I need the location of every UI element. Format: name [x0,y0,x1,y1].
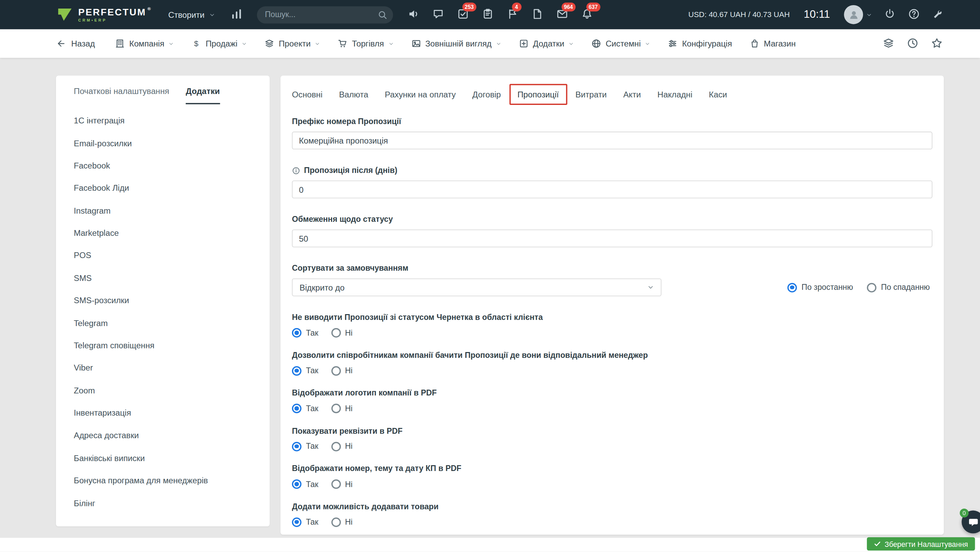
sidebar-item[interactable]: Telegram сповіщення [56,334,270,357]
nav-item-configuration[interactable]: Конфігурація [668,39,732,48]
stats-button[interactable] [230,8,243,21]
nav-item-company[interactable]: Компанія [115,39,174,48]
field-sort-default: Сортувати за замовчуваннямВідкрито доПо … [292,264,932,296]
tasks-button[interactable]: 253 [457,8,469,21]
sidebar-item[interactable]: Instagram [56,199,270,222]
status-limit-input[interactable] [292,229,932,247]
sidebar-item[interactable]: Facebook Ліди [56,177,270,199]
sidebar-item[interactable]: 1С інтеграція [56,109,270,132]
sidebar-item[interactable]: Viber [56,357,270,379]
sound-button[interactable] [407,8,420,21]
sidebar-item[interactable]: Бонусна програма для менеджерів [56,469,270,492]
toggle-allow-employees-see-proposals-option-no[interactable]: Ні [331,366,353,375]
tab-invoices[interactable]: Рахунки на оплату [377,84,464,105]
radio-label: Так [306,517,318,527]
documents-button[interactable] [531,8,543,21]
nav-item-system[interactable]: Системні [592,39,650,48]
create-button[interactable]: Створити [168,10,215,19]
nav-item-trade[interactable]: Торгівля [338,39,393,48]
logout-button[interactable] [884,8,896,21]
toggle-hide-draft-proposals-option-yes[interactable]: Так [292,328,318,338]
tab-general[interactable]: Основні [284,84,331,105]
nav-item-projects[interactable]: Проекти [265,39,320,48]
field-label-text: Префікс номера Пропозиції [292,117,401,126]
nav-item-appearance[interactable]: Зовнішній вигляд [411,39,501,48]
arrow-left-icon [56,39,66,48]
sidebar-tab-initial-settings[interactable]: Початкові налаштування [74,86,169,104]
reports-button[interactable]: 4 [506,8,519,21]
nav-item-addons[interactable]: Додатки [519,39,574,48]
layers-button[interactable] [882,37,895,50]
radio-icon [331,328,340,338]
proposal-prefix-input[interactable] [292,132,932,149]
back-button[interactable]: Назад [56,39,95,48]
toggle-show-logo-pdf-option-no[interactable]: Ні [331,404,353,413]
sidebar-item[interactable]: Банківські виписки [56,447,270,469]
bar-chart-icon [231,8,242,19]
sort-default-select[interactable]: Відкрито до [292,279,662,296]
radio-label: По зростанню [802,283,853,292]
mail-badge: 964 [562,2,576,11]
layers-icon [265,39,274,48]
tab-currency[interactable]: Валюта [331,84,377,105]
history-button[interactable] [907,37,919,50]
sidebar-item[interactable]: POS [56,244,270,267]
tab-acts[interactable]: Акти [615,84,649,105]
tab-contract[interactable]: Договір [464,84,509,105]
power-icon [884,8,895,19]
field-label-text: Пропозиція після (днів) [304,166,397,174]
chevron-down-icon [645,41,651,46]
sidebar-item[interactable]: Zoom [56,379,270,401]
chat-widget-badge: 0 [960,509,969,518]
sidebar-item[interactable]: Інвентаризація [56,401,270,424]
field-label-text: Обмеження щодо статусу [292,215,393,224]
sidebar-item[interactable]: SMS [56,267,270,290]
toggle-allow-add-products-option-yes[interactable]: Так [292,517,318,527]
app-window: PERFECTUM® CRM•ERP Створити 2534964637 U… [0,0,980,552]
sidebar-item[interactable]: Білінг [56,492,270,514]
create-button-label: Створити [168,10,204,19]
favorites-button[interactable] [931,37,943,50]
nav-item-shop[interactable]: Магазин [750,39,796,48]
toggle-show-logo-pdf-option-yes[interactable]: Так [292,404,318,413]
brand-logo[interactable]: PERFECTUM® CRM•ERP [56,6,152,24]
radio-icon [331,442,340,451]
help-button[interactable] [907,8,920,21]
sidebar-item[interactable]: Telegram [56,312,270,334]
sidebar-tab-addons[interactable]: Додатки [186,86,220,104]
save-settings-button[interactable]: Зберегти Налаштування [867,537,975,550]
sidebar-item[interactable]: Facebook [56,154,270,177]
sort-direction-asc[interactable]: По зростанню [788,283,853,292]
sidebar-item[interactable]: Marketplace [56,222,270,244]
nav-item-label: Продажі [205,39,237,48]
toggle-show-requisites-pdf-option-no[interactable]: Ні [331,442,353,451]
notifications-button[interactable]: 637 [580,8,593,21]
toggle-show-requisites-pdf-option-yes[interactable]: Так [292,442,318,451]
sidebar-item[interactable]: Адреса доставки [56,424,270,447]
tab-expenses[interactable]: Витрати [567,84,615,105]
user-menu[interactable] [844,5,872,24]
toggle-hide-draft-proposals-option-no[interactable]: Ні [331,328,353,338]
logo-leaf-icon [56,6,74,24]
tools-button[interactable] [932,8,945,21]
sidebar-item[interactable]: Email-розсилки [56,132,270,154]
mail-button[interactable]: 964 [556,8,568,21]
tab-waybills[interactable]: Накладні [649,84,701,105]
nav-item-sales[interactable]: $Продажі [192,39,247,48]
topbar-icon-group: 2534964637 [407,8,593,21]
messenger-button[interactable] [431,8,444,21]
toggle-allow-add-products-option-no[interactable]: Ні [331,517,353,527]
toggle-show-number-subject-date-pdf-option-no[interactable]: Ні [331,479,353,489]
tab-proposals[interactable]: Пропозиції [509,84,567,105]
toggle-show-number-subject-date-pdf-option-yes[interactable]: Так [292,479,318,489]
tab-cash[interactable]: Каси [701,84,735,105]
sidebar-item[interactable]: SMS-розсилки [56,289,270,312]
field-label: Префікс номера Пропозиції [292,117,932,126]
proposal-after-days-input[interactable] [292,181,932,198]
toggle-allow-employees-see-proposals-option-yes[interactable]: Так [292,366,318,375]
search-input[interactable] [257,6,393,23]
copy-button[interactable] [481,8,494,21]
radio-icon [292,328,302,338]
save-settings-label: Зберегти Налаштування [885,540,968,548]
sort-direction-desc[interactable]: По спаданню [867,283,930,292]
